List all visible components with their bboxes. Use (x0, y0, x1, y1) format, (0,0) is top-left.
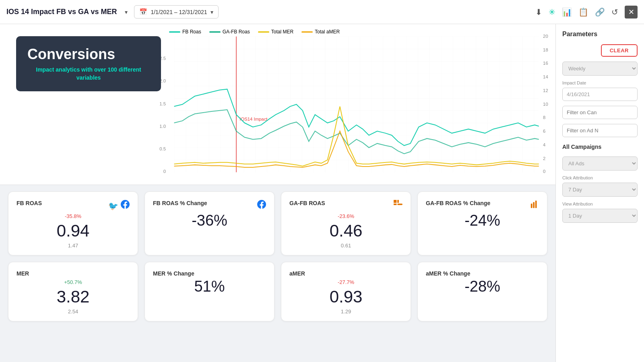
svg-text:20: 20 (543, 34, 548, 39)
metric-value-ga-fb-roas-pct: -24% (426, 212, 539, 229)
svg-text:2: 2 (543, 156, 545, 161)
metric-change-ga-fb-roas: -23.6% (289, 213, 402, 219)
click-attribution-select[interactable]: 7 Day 1 Day 28 Day (562, 183, 638, 197)
metric-card-fb-roas-pct: FB ROAS % Change -36% (144, 191, 275, 255)
view-attribution-select[interactable]: 1 Day 7 Day None (562, 209, 638, 223)
svg-text:10: 10 (543, 102, 548, 107)
click-attribution-label: Click Attribution (562, 175, 638, 180)
metric-card-fb-roas: FB ROAS 🐦 -35.8% 0.94 1.47 (8, 191, 138, 255)
svg-text:14: 14 (543, 74, 548, 79)
chart-area: FB Roas GA-FB Roas Total MER Total aMER (0, 24, 555, 185)
impact-date-label: Impact Date (562, 80, 638, 85)
fb-icon: 🐦 (108, 200, 130, 211)
metric-value-ga-fb-roas: 0.46 (289, 222, 402, 240)
metric-title-ga-fb-roas: GA-FB ROAS (289, 200, 325, 206)
impact-date-section: Impact Date (562, 80, 638, 101)
link-icon[interactable]: 🔗 (595, 7, 605, 17)
svg-rect-48 (394, 204, 396, 205)
metric-title-mer: MER (17, 270, 29, 277)
date-range-picker[interactable]: 📅 1/1/2021 – 12/31/2021 ▾ (134, 5, 218, 19)
impact-date-input[interactable] (562, 88, 638, 101)
chart-overlay: Conversions Impact analytics with over 1… (16, 36, 161, 91)
overlay-title: Conversions (27, 46, 150, 63)
metric-prev-mer: 2.54 (17, 309, 130, 315)
svg-text:18: 18 (543, 47, 548, 52)
ga-icon (394, 200, 402, 211)
view-attribution-section: View Attribution 1 Day 7 Day None (562, 202, 638, 223)
svg-rect-51 (533, 202, 535, 208)
filter-campaign-section (562, 106, 638, 119)
ga-icon-2 (530, 200, 539, 211)
svg-text:4: 4 (543, 142, 545, 147)
asterisk-icon[interactable]: ✳ (549, 7, 555, 17)
overlay-subtitle: Impact analytics with over 100 different… (27, 66, 150, 82)
filter-ad-input[interactable] (562, 124, 638, 137)
svg-text:IOS14 Impact: IOS14 Impact (239, 117, 268, 121)
granularity-select[interactable]: Weekly Daily Monthly (562, 62, 638, 76)
bar-chart-icon[interactable]: 📊 (562, 7, 572, 17)
metric-card-ga-fb-roas-pct: GA-FB ROAS % Change -24% (417, 191, 547, 255)
metric-change-mer: +50.7% (17, 279, 130, 285)
all-campaigns-label: All Campaigns (562, 142, 638, 152)
view-attribution-label: View Attribution (562, 202, 638, 206)
svg-text:0.5: 0.5 (159, 146, 166, 151)
svg-rect-0 (174, 37, 539, 173)
sidebar-title: Parameters (562, 31, 638, 38)
metric-title-mer-pct: MER % Change (153, 270, 194, 277)
refresh-icon[interactable]: ↺ (611, 7, 618, 17)
svg-rect-46 (394, 200, 396, 203)
metric-prev-amer: 1.29 (289, 309, 402, 315)
date-picker-chevron-icon: ▾ (211, 9, 213, 15)
calendar-icon: 📅 (139, 8, 147, 16)
clipboard-icon[interactable]: 📋 (578, 7, 588, 17)
metric-card-mer: MER +50.7% 3.82 2.54 (8, 262, 138, 321)
metric-change-fb-roas: -35.8% (17, 213, 130, 219)
svg-rect-47 (397, 200, 399, 203)
svg-text:1.5: 1.5 (159, 101, 166, 106)
metric-card-amer-pct: aMER % Change -28% (417, 262, 547, 321)
metric-prev-fb-roas: 1.47 (17, 243, 130, 249)
all-ads-section: All Ads (562, 156, 638, 171)
clear-button[interactable]: CLEAR (601, 44, 638, 57)
close-button[interactable]: ✕ (625, 6, 638, 19)
svg-rect-52 (535, 201, 537, 208)
svg-text:0: 0 (163, 169, 166, 174)
metric-change-amer: -27.7% (289, 279, 402, 285)
metric-card-mer-pct: MER % Change 51% (144, 262, 275, 321)
metric-card-amer: aMER -27.7% 0.93 1.29 (281, 262, 411, 321)
left-content: FB Roas GA-FB Roas Total MER Total aMER (0, 24, 555, 362)
click-attribution-section: Click Attribution 7 Day 1 Day 28 Day (562, 175, 638, 197)
fb-icon-2 (257, 200, 266, 211)
download-icon[interactable]: ⬇ (535, 7, 542, 17)
metrics-grid: FB ROAS 🐦 -35.8% 0.94 1.47 FB ROAS % Cha… (0, 185, 555, 328)
metric-title-fb-roas-pct: FB ROAS % Change (153, 200, 207, 206)
svg-text:12: 12 (543, 88, 548, 93)
metric-title-amer-pct: aMER % Change (426, 270, 470, 277)
svg-text:6: 6 (543, 129, 545, 134)
metric-prev-ga-fb-roas: 0.61 (289, 243, 402, 249)
metric-title-fb-roas: FB ROAS (17, 200, 42, 206)
svg-text:0: 0 (543, 169, 545, 174)
metric-value-mer-pct: 51% (153, 278, 266, 295)
right-sidebar: Parameters CLEAR Weekly Daily Monthly Im… (555, 24, 644, 362)
granularity-section: Weekly Daily Monthly (562, 62, 638, 76)
header: IOS 14 Impact FB vs GA vs MER ▾ 📅 1/1/20… (0, 0, 644, 24)
all-ads-select[interactable]: All Ads (562, 156, 638, 171)
metric-card-ga-fb-roas: GA-FB ROAS -23.6% 0.46 0.61 (281, 191, 411, 255)
metric-title-amer: aMER (289, 270, 305, 277)
filter-campaign-input[interactable] (562, 106, 638, 119)
title-dropdown-icon[interactable]: ▾ (125, 9, 128, 15)
header-actions: ⬇ ✳ 📊 📋 🔗 ↺ ✕ (535, 6, 638, 19)
svg-text:16: 16 (543, 61, 548, 66)
metric-value-amer: 0.93 (289, 288, 402, 306)
metric-value-fb-roas-pct: -36% (153, 212, 266, 229)
metric-value-amer-pct: -28% (426, 278, 539, 295)
svg-text:1.0: 1.0 (159, 124, 166, 129)
date-range-value: 1/1/2021 – 12/31/2021 (151, 9, 207, 15)
filter-ad-section (562, 124, 638, 137)
svg-text:8: 8 (543, 115, 545, 120)
metric-value-mer: 3.82 (17, 288, 130, 306)
metric-title-ga-fb-roas-pct: GA-FB ROAS % Change (426, 200, 490, 206)
page-title: IOS 14 Impact FB vs GA vs MER (6, 8, 117, 16)
main-layout: FB Roas GA-FB Roas Total MER Total aMER (0, 24, 644, 362)
